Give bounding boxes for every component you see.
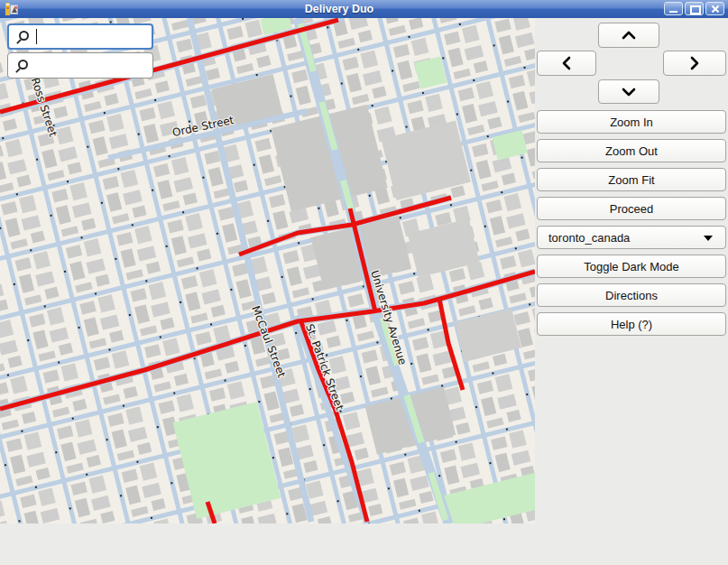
chevron-left-icon (561, 55, 572, 71)
close-button[interactable] (705, 2, 724, 15)
toggle-dark-mode-button[interactable]: Toggle Dark Mode (537, 255, 726, 278)
pan-right-button[interactable] (663, 51, 726, 76)
chevron-down-icon (621, 87, 637, 97)
map-area: Ross StreetOrde StreetMcCaul StreetSt. P… (0, 18, 535, 523)
map-select-value: toronto_canada (548, 231, 630, 245)
search-icon (16, 60, 29, 72)
search-icon (17, 31, 30, 43)
proceed-button[interactable]: Proceed (537, 197, 726, 220)
minimize-button[interactable] (664, 2, 683, 15)
search-box-destination (7, 52, 153, 79)
zoom-fit-button[interactable]: Zoom Fit (537, 168, 726, 191)
dropdown-arrow-icon (704, 236, 713, 241)
search-box-origin (7, 23, 153, 50)
app-window: Delivery Duo (0, 0, 728, 565)
help-button[interactable]: Help (?) (537, 312, 726, 336)
pan-up-button[interactable] (598, 23, 659, 48)
zoom-in-button[interactable]: Zoom In (537, 110, 726, 134)
control-panel: Zoom In Zoom Out Zoom Fit Proceed toront… (535, 18, 728, 565)
search-input-destination[interactable] (32, 58, 152, 73)
text-caret (36, 29, 37, 44)
window-title: Delivery Duo (0, 3, 678, 15)
map-select-dropdown[interactable]: toronto_canada (537, 226, 726, 249)
maximize-button[interactable] (685, 2, 704, 15)
directions-button[interactable]: Directions (537, 283, 726, 307)
pan-down-button[interactable] (598, 79, 659, 104)
zoom-out-button[interactable]: Zoom Out (537, 139, 726, 162)
chevron-up-icon (621, 30, 637, 41)
chevron-right-icon (689, 55, 700, 71)
pan-left-button[interactable] (537, 51, 596, 76)
titlebar: Delivery Duo (0, 0, 728, 19)
search-input-origin[interactable] (41, 29, 152, 44)
map-canvas[interactable]: Ross StreetOrde StreetMcCaul StreetSt. P… (0, 18, 535, 523)
